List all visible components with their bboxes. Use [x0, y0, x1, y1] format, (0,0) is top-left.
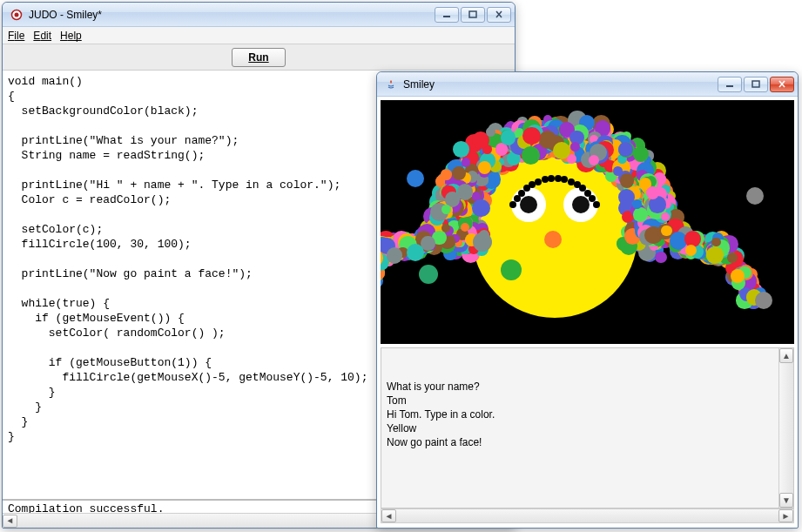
svg-rect-3 [469, 11, 476, 17]
editor-titlebar[interactable]: JUDO - Smiley* [3, 3, 515, 27]
console-text: What is your name? Tom Hi Tom. Type in a… [387, 380, 788, 449]
output-window: Smiley What is your name? Tom Hi Tom. Ty… [376, 71, 799, 529]
maximize-button[interactable] [744, 77, 768, 92]
console-hscrollbar[interactable]: ◄ ► [381, 508, 794, 523]
editor-title: JUDO - Smiley* [29, 9, 435, 21]
close-button[interactable] [487, 7, 511, 23]
judo-app-icon [10, 8, 24, 22]
scroll-right-icon[interactable]: ► [778, 509, 793, 522]
menubar: File Edit Help [3, 27, 515, 44]
scroll-track[interactable] [779, 363, 793, 493]
svg-rect-2 [443, 16, 450, 17]
output-titlebar[interactable]: Smiley [377, 72, 798, 97]
svg-point-1 [15, 12, 19, 17]
console-vscrollbar[interactable]: ▲ ▼ [778, 348, 793, 508]
run-button[interactable]: Run [232, 48, 285, 67]
menu-edit[interactable]: Edit [33, 30, 51, 42]
close-button[interactable] [770, 77, 794, 92]
console-output[interactable]: What is your name? Tom Hi Tom. Type in a… [381, 347, 794, 508]
scroll-down-icon[interactable]: ▼ [779, 493, 793, 508]
drawing-canvas[interactable] [381, 100, 794, 344]
scroll-left-icon[interactable]: ◄ [3, 515, 17, 528]
minimize-button[interactable] [718, 77, 742, 92]
toolbar: Run [3, 44, 515, 71]
svg-rect-7 [752, 81, 759, 87]
svg-rect-6 [726, 85, 733, 87]
minimize-button[interactable] [435, 7, 459, 23]
scroll-left-icon[interactable]: ◄ [381, 509, 396, 522]
menu-file[interactable]: File [8, 30, 24, 42]
java-app-icon [384, 77, 398, 91]
menu-help[interactable]: Help [60, 30, 82, 42]
scroll-up-icon[interactable]: ▲ [779, 348, 793, 363]
output-title: Smiley [403, 78, 718, 91]
maximize-button[interactable] [461, 7, 485, 23]
